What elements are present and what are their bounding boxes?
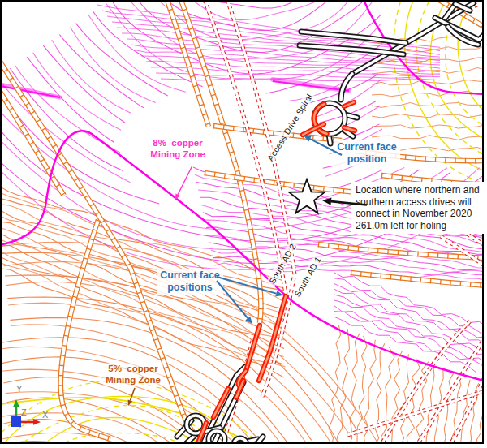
zone-8pct-copper-label: 8% copper Mining Zone [148,137,208,161]
mine-plan-map: 8% copper Mining Zone 5% copper Mining Z… [0,0,487,448]
ucs-y-axis-label: Y [16,384,22,394]
ucs-x-axis-label: X [42,410,48,420]
holing-note: Location where northern and southern acc… [351,182,485,234]
current-face-position-label: Current face position [334,140,400,166]
ucs-z-axis-label: Z [21,407,27,417]
zone-5pct-copper-label: 5% copper Mining Zone [103,363,163,386]
current-face-positions-label: Current face positions [157,269,223,295]
